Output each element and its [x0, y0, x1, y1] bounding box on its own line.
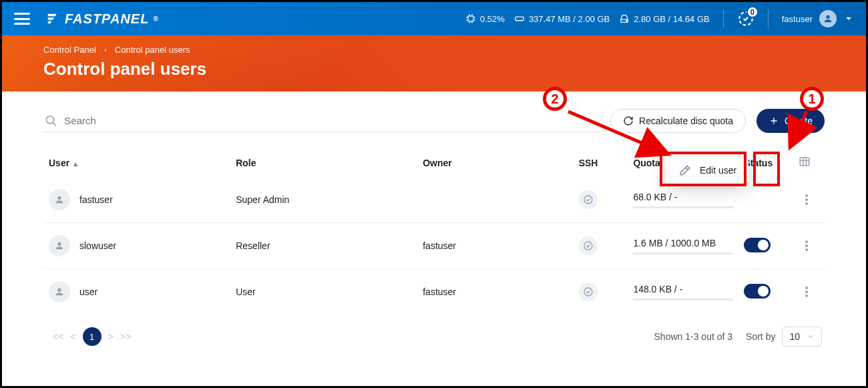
svg-point-12	[805, 194, 808, 197]
ssh-status-icon	[579, 190, 598, 209]
ssh-status-icon	[579, 236, 598, 255]
brand-logo[interactable]: FASTPANEL®	[46, 11, 159, 27]
role-cell: Reseller	[230, 223, 417, 269]
divider	[768, 9, 769, 28]
tasks-icon[interactable]: 0	[737, 10, 754, 27]
pagination: << < 1 > >>	[53, 327, 131, 346]
sort-by-label: Sort by	[746, 331, 775, 342]
user-avatar-icon	[49, 235, 70, 256]
row-actions-button[interactable]	[799, 236, 815, 255]
svg-rect-0	[468, 16, 473, 21]
svg-point-24	[805, 295, 808, 297]
ram-stat: 337.47 MB / 2.00 GB	[514, 13, 610, 24]
page-header: Control Panel Control panel users Contro…	[2, 35, 866, 91]
create-label: Create	[785, 116, 813, 126]
breadcrumb-root[interactable]: Control Panel	[43, 45, 96, 55]
svg-point-23	[805, 290, 808, 293]
annotation-box-tooltip	[660, 152, 746, 186]
status-toggle[interactable]	[744, 284, 771, 299]
col-user[interactable]: User▲	[43, 149, 230, 177]
row-actions-button[interactable]	[799, 282, 815, 301]
page-first[interactable]: <<	[53, 331, 63, 342]
annotation-one: 1	[800, 87, 824, 111]
owner-cell: fastuser	[417, 269, 573, 315]
shown-text: Shown 1-3 out of 3	[654, 331, 733, 342]
status-toggle[interactable]	[744, 238, 771, 252]
user-name: slowuser	[79, 240, 116, 251]
page-title: Control panel users	[43, 59, 825, 79]
annotation-two: 2	[543, 87, 567, 111]
tasks-badge: 0	[746, 6, 758, 18]
content-area: 2 1 Edit user Recalculate disc quota Cre…	[2, 91, 866, 365]
recalculate-quota-button[interactable]: Recalculate disc quota	[610, 109, 746, 133]
svg-point-20	[57, 288, 61, 292]
recalculate-label: Recalculate disc quota	[639, 116, 733, 126]
sort-asc-icon: ▲	[72, 160, 79, 168]
svg-point-18	[805, 244, 808, 247]
table-footer: << < 1 > >> Shown 1-3 out of 3 Sort by 1…	[43, 315, 825, 359]
quota-bar	[633, 252, 733, 254]
svg-point-13	[805, 198, 808, 201]
disk-stat: 2.80 GB / 14.64 GB	[619, 13, 709, 24]
breadcrumb-current: Control panel users	[115, 45, 190, 55]
table-row: userUserfastuser148.0 KB / -	[43, 269, 825, 315]
svg-point-5	[826, 15, 829, 19]
svg-point-10	[57, 196, 61, 200]
brand-mark: ®	[153, 15, 158, 23]
col-role[interactable]: Role	[230, 149, 417, 177]
chevron-right-icon	[103, 47, 108, 53]
page-size-select[interactable]: 10	[782, 327, 822, 347]
page-last[interactable]: >>	[120, 331, 131, 342]
create-button[interactable]: Create	[756, 109, 825, 133]
search-input-wrap[interactable]	[43, 110, 600, 132]
role-cell: User	[230, 269, 417, 315]
ram-value: 337.47 MB / 2.00 GB	[529, 14, 610, 24]
page-next[interactable]: >	[108, 331, 114, 342]
svg-point-14	[805, 202, 808, 205]
svg-point-3	[626, 21, 627, 21]
owner-cell: fastuser	[417, 223, 573, 269]
refresh-icon	[623, 116, 634, 126]
col-owner[interactable]: Owner	[417, 149, 573, 177]
svg-point-21	[584, 288, 592, 296]
chevron-down-icon	[843, 13, 854, 24]
user-avatar-icon	[49, 281, 70, 303]
top-bar: FASTPANEL® 0.52% 337.47 MB / 2.00 GB 2.8…	[2, 2, 866, 35]
row-actions-button[interactable]	[799, 190, 815, 209]
search-icon	[45, 114, 57, 128]
plus-icon	[769, 116, 779, 126]
role-cell: Super Admin	[230, 177, 417, 223]
page-prev[interactable]: <	[70, 331, 75, 342]
user-avatar-icon	[49, 189, 70, 210]
quota-text: 1.6 MB / 1000.0 MB	[633, 238, 733, 248]
svg-point-17	[805, 240, 808, 243]
quota-text: 68.0 KB / -	[633, 192, 733, 202]
avatar-icon	[819, 10, 837, 27]
cpu-stat: 0.52%	[465, 13, 505, 24]
svg-point-22	[805, 286, 808, 289]
svg-rect-1	[515, 17, 523, 20]
toolbar: Recalculate disc quota Create	[43, 109, 825, 133]
divider	[723, 9, 724, 28]
owner-cell	[417, 177, 573, 223]
user-name: user	[79, 286, 97, 297]
disk-value: 2.80 GB / 14.64 GB	[634, 14, 709, 24]
page-current[interactable]: 1	[83, 327, 101, 346]
chevron-down-icon	[807, 333, 815, 341]
user-menu[interactable]: fastuser	[782, 10, 854, 27]
svg-point-11	[584, 196, 592, 204]
svg-rect-9	[800, 158, 809, 166]
brand-text: FASTPANEL	[65, 11, 149, 27]
search-input[interactable]	[64, 115, 598, 126]
columns-icon	[799, 156, 811, 168]
username-label: fastuser	[782, 14, 813, 24]
svg-point-8	[46, 116, 53, 123]
col-settings[interactable]	[793, 149, 825, 177]
ssh-status-icon	[579, 282, 598, 301]
menu-icon[interactable]	[14, 13, 30, 25]
col-ssh[interactable]: SSH	[574, 149, 628, 177]
table-row: slowuserResellerfastuser1.6 MB / 1000.0 …	[43, 223, 825, 269]
svg-point-16	[584, 242, 592, 250]
svg-point-15	[57, 242, 61, 246]
svg-point-19	[805, 248, 808, 251]
